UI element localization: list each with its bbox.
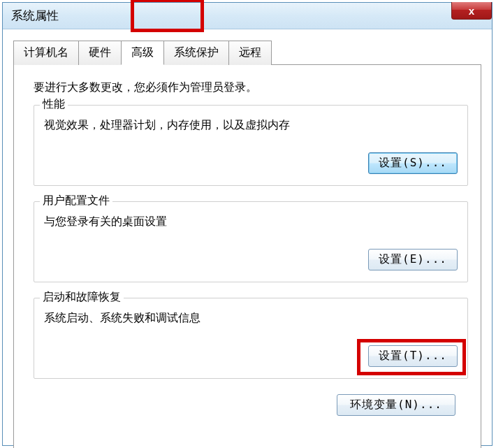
tab-hardware[interactable]: 硬件 xyxy=(78,41,122,65)
tab-computer-name[interactable]: 计算机名 xyxy=(13,41,79,65)
tab-label: 高级 xyxy=(131,46,154,58)
button-label: 设置(S)... xyxy=(379,156,447,169)
group-legend: 性能 xyxy=(40,97,68,112)
profiles-settings-button[interactable]: 设置(E)... xyxy=(368,249,458,270)
group-user-profiles: 用户配置文件 与您登录有关的桌面设置 设置(E)... xyxy=(34,201,468,282)
button-label: 设置(E)... xyxy=(379,252,447,266)
environment-variables-button[interactable]: 环境变量(N)... xyxy=(337,394,455,416)
group-legend: 启动和故障恢复 xyxy=(40,290,124,305)
close-icon: x xyxy=(469,5,474,17)
button-label: 环境变量(N)... xyxy=(350,398,442,411)
env-row: 环境变量(N)... xyxy=(34,394,468,416)
tab-label: 计算机名 xyxy=(24,46,68,58)
tab-panel-advanced: 要进行大多数更改，您必须作为管理员登录。 性能 视觉效果，处理器计划，内存使用，… xyxy=(13,64,481,448)
tab-advanced[interactable]: 高级 xyxy=(121,41,164,65)
group-desc: 与您登录有关的桌面设置 xyxy=(44,215,458,229)
tab-remote[interactable]: 远程 xyxy=(228,41,272,65)
performance-settings-button[interactable]: 设置(S)... xyxy=(368,152,458,174)
button-label: 设置(T)... xyxy=(379,349,447,362)
admin-notice: 要进行大多数更改，您必须作为管理员登录。 xyxy=(34,80,468,95)
startup-settings-button[interactable]: 设置(T)... xyxy=(368,345,458,367)
group-legend: 用户配置文件 xyxy=(40,194,112,208)
tab-label: 系统保护 xyxy=(174,46,219,58)
tab-system-protection[interactable]: 系统保护 xyxy=(163,41,229,65)
close-button[interactable]: x xyxy=(451,2,492,20)
group-startup-recovery: 启动和故障恢复 系统启动、系统失败和调试信息 设置(T)... xyxy=(34,298,468,379)
tab-strip: 计算机名 硬件 高级 系统保护 远程 xyxy=(13,40,481,64)
titlebar: 系统属性 x xyxy=(3,3,492,29)
tab-label: 远程 xyxy=(239,46,261,58)
tab-label: 硬件 xyxy=(89,46,111,58)
client-area: 计算机名 硬件 高级 系统保护 远程 要进行大多数更改，您必须作为管理员登录。 … xyxy=(3,29,492,448)
system-properties-window: 系统属性 x 计算机名 硬件 高级 系统保护 远程 要进行大多数更改，您必须作为… xyxy=(2,2,493,446)
window-title: 系统属性 xyxy=(11,8,59,24)
group-performance: 性能 视觉效果，处理器计划，内存使用，以及虚拟内存 设置(S)... xyxy=(34,105,468,186)
group-desc: 视觉效果，处理器计划，内存使用，以及虚拟内存 xyxy=(44,118,458,133)
group-desc: 系统启动、系统失败和调试信息 xyxy=(44,311,458,326)
